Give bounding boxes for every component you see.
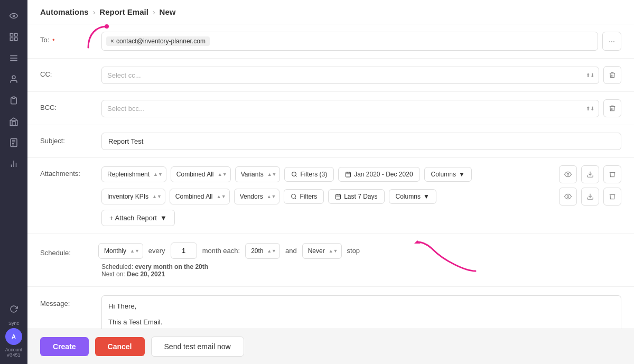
attachment2-actions	[559, 188, 621, 206]
attachment2-date-button[interactable]: Last 7 Days	[328, 189, 384, 204]
bcc-select[interactable]: Select bcc...	[102, 100, 599, 117]
svg-rect-4	[15, 38, 17, 41]
attachment1-date-button[interactable]: Jan 2020 - Dec 2020	[338, 167, 419, 182]
attachment1-view-button[interactable]	[559, 165, 577, 183]
attachment1-variants-select[interactable]: Variants ▲▼	[235, 166, 281, 182]
svg-point-20	[292, 172, 296, 176]
attachment2-combined-select[interactable]: Combined All ▲▼	[170, 189, 230, 204]
attachment1-combined-dropdown[interactable]: Combined All	[171, 167, 227, 182]
attachment1-actions	[559, 165, 621, 183]
attachment2-filter-button[interactable]: Filters	[284, 189, 324, 204]
attachment1-date-label: Jan 2020 - Dec 2020	[354, 171, 413, 178]
breadcrumb-sep-2: ›	[153, 8, 155, 16]
subject-row: Subject:	[27, 125, 634, 158]
attach-report-button[interactable]: + Attach Report ▼	[101, 210, 175, 226]
svg-rect-2	[15, 33, 17, 36]
schedule-stop-label: stop	[347, 247, 360, 255]
create-button[interactable]: Create	[40, 337, 89, 356]
attachments-main: Attachments: Replenishment ▲▼	[40, 165, 621, 226]
breadcrumb-bar: Automations › Report Email › New	[27, 0, 634, 24]
message-label: Message:	[40, 295, 93, 307]
attachment1-type-select[interactable]: Replenishment ▲▼	[101, 166, 166, 182]
attachment1-download-button[interactable]	[581, 165, 599, 183]
sync-icon[interactable]	[4, 300, 23, 319]
main-content: Automations › Report Email › New To: • ×…	[27, 0, 634, 364]
subject-label: Subject:	[40, 133, 93, 145]
sync-label: Sync	[8, 321, 19, 326]
attach-report-container: + Attach Report ▼	[101, 210, 621, 226]
waves-icon[interactable]	[4, 6, 23, 25]
bcc-content: Select bcc... ⬆⬇	[101, 99, 621, 117]
attachment1-variants-dropdown[interactable]: Variants	[236, 167, 277, 182]
person-icon[interactable]	[4, 70, 23, 89]
form-area: To: • × contact@inventory-planner.com ··…	[27, 24, 634, 329]
schedule-interval-input[interactable]	[171, 242, 197, 259]
attachment2-vendors-dropdown[interactable]: Vendors	[235, 189, 276, 204]
schedule-description: every month on the 20th	[135, 263, 208, 270]
clipboard-icon[interactable]	[4, 91, 23, 110]
list-icon[interactable]	[4, 49, 23, 68]
grid-icon[interactable]	[4, 27, 23, 46]
schedule-day-dropdown[interactable]: 20th	[246, 244, 276, 258]
attachment1-type-dropdown[interactable]: Replenishment	[102, 167, 163, 182]
schedule-frequency-select[interactable]: Monthly Weekly Daily ▲▼	[98, 243, 143, 259]
subject-input[interactable]	[101, 133, 621, 150]
cc-delete-button[interactable]	[603, 66, 621, 84]
attachment1-filter-label: Filters (3)	[300, 171, 327, 178]
breadcrumb-automations[interactable]: Automations	[40, 7, 89, 16]
cancel-button[interactable]: Cancel	[95, 337, 145, 356]
to-row: To: • × contact@inventory-planner.com ··…	[27, 24, 634, 59]
schedule-label: Schedule:	[40, 245, 93, 257]
schedule-top: Schedule: Monthly Weekly Daily ▲▼ every …	[40, 242, 621, 259]
subject-content	[101, 133, 621, 150]
schedule-next-label: Next on:	[101, 270, 125, 278]
schedule-day-select[interactable]: 20th ▲▼	[245, 243, 280, 259]
svg-rect-30	[336, 194, 341, 199]
bcc-row: BCC: Select bcc... ⬆⬇	[27, 92, 634, 125]
to-more-button[interactable]: ···	[602, 32, 621, 51]
svg-rect-10	[10, 120, 17, 126]
cc-content: Select cc... ⬆⬇	[101, 66, 621, 84]
form-wrapper: Automations › Report Email › New To: • ×…	[27, 0, 634, 364]
attachment2-type-select[interactable]: Inventory KPIs ▲▼	[101, 189, 165, 204]
attachment2-vendors-select[interactable]: Vendors ▲▼	[234, 189, 280, 204]
attachment2-filter-label: Filters	[300, 193, 317, 200]
account-label: Account #3451	[0, 347, 27, 358]
attachment2-download-button[interactable]	[581, 188, 599, 206]
breadcrumb-report-email[interactable]: Report Email	[99, 7, 148, 16]
attachment1-delete-button[interactable]	[603, 165, 621, 183]
footer: Create Cancel Send test email now	[27, 329, 634, 364]
cc-label: CC:	[40, 66, 93, 78]
to-input-wrapper[interactable]: × contact@inventory-planner.com	[101, 32, 598, 51]
bcc-label: BCC:	[40, 99, 93, 111]
breadcrumb-sep-1: ›	[93, 8, 96, 16]
attachment1-combined-select[interactable]: Combined All ▲▼	[171, 166, 231, 182]
attachment2-combined-dropdown[interactable]: Combined All	[170, 189, 226, 204]
chart-icon[interactable]	[4, 154, 23, 173]
cc-select[interactable]: Select cc...	[102, 67, 599, 83]
breadcrumb-new: New	[160, 7, 176, 16]
message-textarea[interactable]: Hi There, This a Test Email. Thank you,	[101, 295, 621, 329]
to-required: •	[52, 36, 55, 44]
attachment2-columns-button[interactable]: Columns ▼	[389, 189, 436, 204]
send-test-button[interactable]: Send test email now	[151, 337, 244, 357]
building-icon[interactable]	[4, 112, 23, 131]
attachment2-type-dropdown[interactable]: Inventory KPIs	[102, 189, 162, 204]
bcc-delete-button[interactable]	[603, 99, 621, 117]
schedule-stop-dropdown[interactable]: Never	[303, 244, 338, 258]
svg-line-21	[296, 175, 297, 176]
attachment1-filter-button[interactable]: Filters (3)	[284, 167, 334, 182]
attachment2-delete-button[interactable]	[603, 188, 621, 206]
schedule-month-each-label: month each:	[202, 247, 240, 255]
svg-point-28	[292, 194, 296, 199]
cc-select-wrapper: Select cc... ⬆⬇	[101, 67, 599, 84]
attachment1-columns-button[interactable]: Columns ▼	[424, 167, 472, 182]
schedule-stop-select[interactable]: Never ▲▼	[302, 243, 342, 259]
svg-rect-22	[346, 172, 351, 177]
calc-icon[interactable]	[4, 133, 23, 152]
schedule-frequency-dropdown[interactable]: Monthly Weekly Daily	[99, 244, 139, 258]
svg-rect-9	[13, 97, 15, 98]
attachment2-view-button[interactable]	[559, 188, 577, 206]
attachments-section: Attachments: Replenishment ▲▼	[27, 158, 634, 234]
avatar[interactable]: A	[5, 328, 22, 345]
